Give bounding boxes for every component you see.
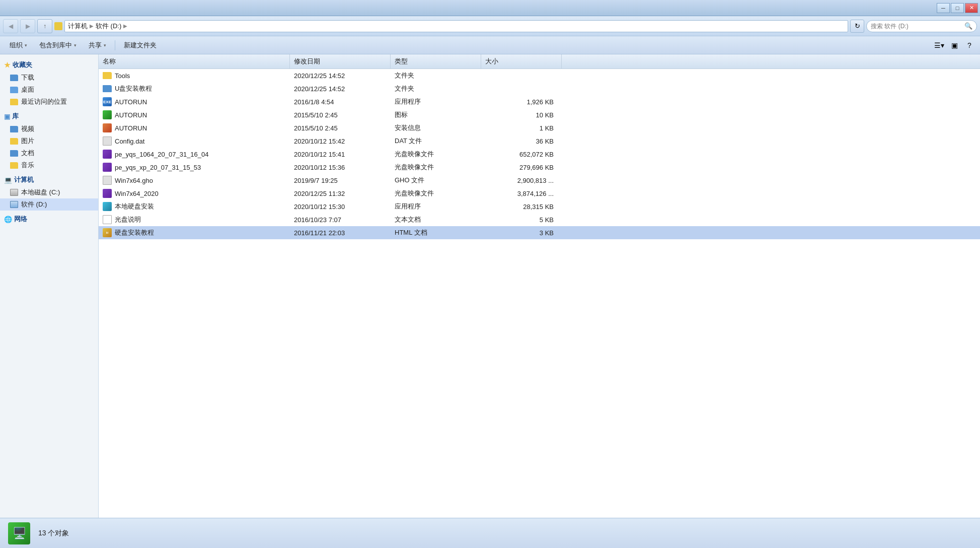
titlebar-buttons: ─ □ ✕ [937,3,978,13]
col-size[interactable]: 大小 [481,54,562,68]
share-button[interactable]: 共享 ▾ [83,38,112,52]
search-input[interactable] [871,23,962,30]
sidebar-item-recent[interactable]: 最近访问的位置 [0,96,98,108]
file-type: 文本文档 [391,213,481,226]
table-row[interactable]: pe_yqs_xp_20_07_31_15_53 2020/10/12 15:3… [99,161,980,174]
file-name-cell: 本地硬盘安装 [99,200,290,213]
desktop-label: 桌面 [21,85,34,94]
organize-button[interactable]: 组织 ▾ [4,38,33,52]
file-modified: 2020/12/25 14:52 [290,69,391,82]
sidebar-item-video[interactable]: 视频 [0,123,98,135]
table-row[interactable]: Tools 2020/12/25 14:52 文件夹 [99,69,980,82]
table-row[interactable]: EXE AUTORUN 2016/1/8 4:54 应用程序 1,926 KB [99,95,980,108]
path-arrow-1: ▶ [90,23,94,29]
new-folder-label: 新建文件夹 [124,41,157,50]
sidebar-item-desktop[interactable]: 桌面 [0,84,98,96]
sidebar-header-library[interactable]: ▣ 库 [0,110,98,123]
back-button[interactable]: ◀ [3,19,18,33]
favorites-label: 收藏夹 [13,60,32,70]
doc-folder-icon [10,150,18,157]
library-label: 库 [12,112,19,121]
file-size [481,82,562,95]
file-name: Win7x64_2020 [115,190,159,197]
file-modified: 2016/1/8 4:54 [290,95,391,108]
sidebar-item-drive-c[interactable]: 本地磁盘 (C:) [0,186,98,198]
maximize-button[interactable]: □ [951,3,964,13]
addressbar: ◀ ▶ ↑ 计算机 ▶ 软件 (D:) ▶ ↻ 🔍 [0,16,980,36]
file-modified: 2015/5/10 2:45 [290,121,391,134]
file-modified: 2020/10/12 15:36 [290,161,391,174]
table-row[interactable]: Win7x64.gho 2019/9/7 19:25 GHO 文件 2,900,… [99,174,980,187]
file-size: 10 KB [481,108,562,121]
table-row[interactable]: AUTORUN 2015/5/10 2:45 图标 10 KB [99,108,980,121]
include-button[interactable]: 包含到库中 ▾ [34,38,82,52]
sidebar: ★ 收藏夹 下载 桌面 最近访问的位置 ▣ 库 [0,54,99,518]
new-folder-button[interactable]: 新建文件夹 [118,38,162,52]
drive-d-label: 软件 (D:) [21,200,47,209]
file-modified: 2020/12/25 14:52 [290,82,391,95]
table-row[interactable]: 本地硬盘安装 2020/10/12 15:30 应用程序 28,315 KB [99,200,980,213]
table-row[interactable]: H 硬盘安装教程 2016/11/21 22:03 HTML 文档 3 KB [99,226,980,239]
up-button[interactable]: ↑ [37,19,52,33]
drive-c-label: 本地磁盘 (C:) [21,188,60,197]
file-modified: 2020/10/12 15:30 [290,200,391,213]
refresh-icon: ↻ [855,22,860,30]
organize-arrow: ▾ [25,43,27,48]
statusbar: 🖥️ 13 个对象 [0,518,980,548]
sidebar-header-network[interactable]: 🌐 网络 [0,213,98,226]
doc-label: 文档 [21,149,34,158]
file-type: 文件夹 [391,69,481,82]
include-arrow: ▾ [74,43,77,48]
sidebar-item-download[interactable]: 下载 [0,72,98,84]
desktop-folder-icon [10,87,18,93]
sidebar-item-music[interactable]: 音乐 [0,159,98,171]
gho-icon [103,176,112,185]
star-icon: ★ [4,61,11,69]
file-size: 36 KB [481,134,562,148]
table-row[interactable]: AUTORUN 2015/5/10 2:45 安装信息 1 KB [99,121,980,134]
table-row[interactable]: 光盘说明 2016/10/23 7:07 文本文档 5 KB [99,213,980,226]
file-type: DAT 文件 [391,134,481,148]
close-button[interactable]: ✕ [965,3,978,13]
col-modified[interactable]: 修改日期 [290,54,391,68]
sidebar-header-computer[interactable]: 💻 计算机 [0,173,98,186]
forward-button[interactable]: ▶ [20,19,35,33]
view-options-button[interactable]: ☰▾ [933,39,946,52]
col-type[interactable]: 类型 [391,54,481,68]
file-name: Config.dat [115,138,144,145]
include-label: 包含到库中 [39,41,72,50]
address-path[interactable]: 计算机 ▶ 软件 (D:) ▶ [64,20,848,32]
file-name: Tools [115,72,130,80]
sidebar-section-library: ▣ 库 视频 图片 文档 音乐 [0,110,98,171]
music-folder-icon [10,162,18,169]
table-row[interactable]: pe_yqs_1064_20_07_31_16_04 2020/10/12 15… [99,148,980,161]
path-drive-d: 软件 (D:) [96,22,121,31]
file-name: pe_yqs_xp_20_07_31_15_53 [115,164,201,171]
file-size: 3,874,126 ... [481,187,562,200]
file-type: 图标 [391,108,481,121]
drive-c-icon [10,189,18,196]
search-box[interactable]: 🔍 [866,20,977,32]
preview-button[interactable]: ▣ [948,39,961,52]
back-icon: ◀ [9,23,13,30]
table-row[interactable]: U盘安装教程 2020/12/25 14:52 文件夹 [99,82,980,95]
col-name[interactable]: 名称 [99,54,290,68]
sidebar-item-doc[interactable]: 文档 [0,147,98,159]
file-size: 28,315 KB [481,200,562,213]
sidebar-item-picture[interactable]: 图片 [0,135,98,147]
sidebar-header-favorites[interactable]: ★ 收藏夹 [0,58,98,72]
video-folder-icon [10,126,18,132]
file-size: 279,696 KB [481,161,562,174]
minimize-button[interactable]: ─ [937,3,950,13]
sidebar-item-drive-d[interactable]: 软件 (D:) [0,198,98,211]
refresh-button[interactable]: ↻ [850,20,864,33]
path-computer: 计算机 [68,22,88,31]
toolbar-divider [115,40,115,50]
help-button[interactable]: ? [963,39,976,52]
file-name-cell: H 硬盘安装教程 [99,226,290,239]
download-folder-icon [10,75,18,81]
table-row[interactable]: Config.dat 2020/10/12 15:42 DAT 文件 36 KB [99,134,980,148]
file-name-cell: U盘安装教程 [99,82,290,95]
file-name-cell: 光盘说明 [99,213,290,226]
table-row[interactable]: Win7x64_2020 2020/12/25 11:32 光盘映像文件 3,8… [99,187,980,200]
